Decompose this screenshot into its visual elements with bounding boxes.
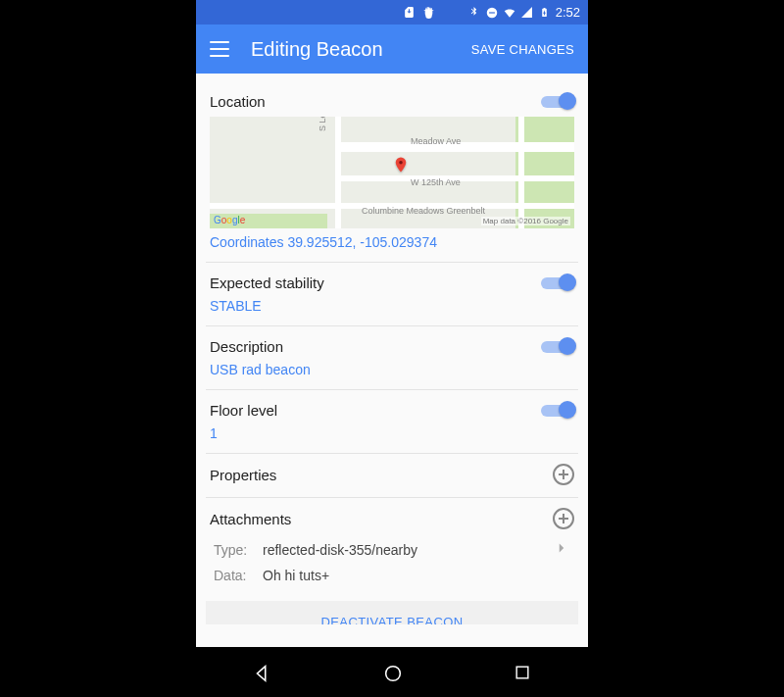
map-pin-icon <box>392 154 406 174</box>
content: Location Meadow Ave W 125th Ave Columbin… <box>196 74 588 647</box>
location-toggle[interactable] <box>541 91 574 111</box>
add-property-icon[interactable] <box>553 464 574 485</box>
map-street-125th: W 125th Ave <box>411 177 461 187</box>
attachment-data-value: Oh hi tuts+ <box>263 568 570 583</box>
android-debug-icon <box>421 6 435 20</box>
section-description[interactable]: Description USB rad beacon <box>206 326 578 390</box>
page-title: Editing Beacon <box>251 38 471 61</box>
map-street-meadow: Meadow Ave <box>411 136 461 146</box>
attachment-type-value: reflected-disk-355/nearby <box>263 542 547 558</box>
clock: 2:52 <box>556 5 580 20</box>
floor-value: 1 <box>210 425 574 441</box>
floor-toggle[interactable] <box>541 400 574 420</box>
google-logo: Google <box>214 215 245 225</box>
attachment-type-key: Type: <box>214 542 257 558</box>
floor-label: Floor level <box>210 402 277 419</box>
location-label: Location <box>210 93 266 110</box>
home-icon[interactable] <box>382 663 402 682</box>
svg-rect-1 <box>489 12 495 13</box>
back-icon[interactable] <box>252 663 271 682</box>
svg-rect-4 <box>516 667 528 678</box>
deactivate-button[interactable]: DEACTIVATE BEACON <box>206 601 578 624</box>
recent-apps-icon[interactable] <box>513 663 532 682</box>
wifi-icon <box>503 6 516 20</box>
bluetooth-icon <box>467 6 481 20</box>
add-attachment-icon[interactable] <box>553 508 574 529</box>
properties-label: Properties <box>210 467 276 483</box>
attachment-item[interactable]: Type: reflected-disk-355/nearby Data: Oh… <box>210 535 574 587</box>
section-properties[interactable]: Properties <box>206 454 578 498</box>
sd-card-icon <box>402 6 416 20</box>
attachment-data-key: Data: <box>214 568 257 583</box>
section-attachments: Attachments Type: reflected-disk-355/nea… <box>206 498 578 591</box>
save-button[interactable]: SAVE CHANGES <box>471 42 574 57</box>
map[interactable]: Meadow Ave W 125th Ave Columbine Meadows… <box>210 117 574 228</box>
menu-icon[interactable] <box>210 41 229 57</box>
svg-point-2 <box>399 161 403 165</box>
attachments-label: Attachments <box>210 511 291 527</box>
description-value: USB rad beacon <box>210 362 574 377</box>
stability-toggle[interactable] <box>541 273 574 292</box>
description-toggle[interactable] <box>541 336 574 356</box>
section-stability[interactable]: Expected stability STABLE <box>206 263 578 326</box>
map-street-slenn: S Lenn <box>318 117 327 131</box>
coordinates-value[interactable]: Coordinates 39.925512, -105.029374 <box>210 234 574 250</box>
app-bar: Editing Beacon SAVE CHANGES <box>196 25 588 74</box>
status-bar: 2:52 <box>196 0 588 25</box>
dnd-icon <box>485 6 499 20</box>
description-label: Description <box>210 338 283 355</box>
map-street-columbine: Columbine Meadows Greenbelt <box>362 206 485 216</box>
map-attribution: Map data ©2016 Google <box>481 217 570 225</box>
nav-bar <box>196 647 588 697</box>
battery-charging-icon <box>538 6 552 20</box>
stability-value: STABLE <box>210 298 574 314</box>
section-location: Location Meadow Ave W 125th Ave Columbin… <box>206 81 578 263</box>
chevron-right-icon <box>553 539 570 560</box>
cell-signal-icon <box>520 6 534 20</box>
svg-point-3 <box>386 666 401 680</box>
stability-label: Expected stability <box>210 274 324 291</box>
section-floor[interactable]: Floor level 1 <box>206 390 578 454</box>
